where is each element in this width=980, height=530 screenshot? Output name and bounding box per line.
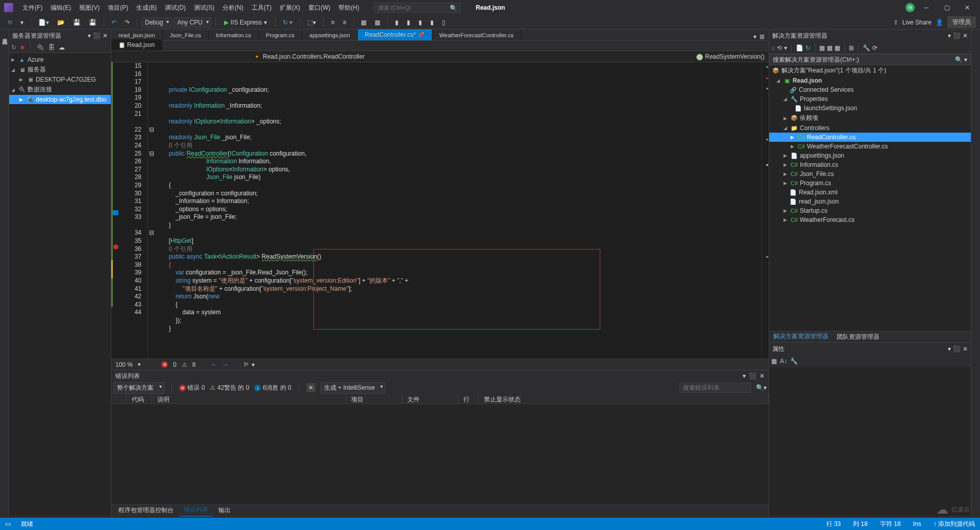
sol-weatherctrl[interactable]: ▶C#WeatherForecastController.cs xyxy=(769,142,971,151)
breadcrumb-class[interactable]: 🔸Read.json.Controllers.ReadController xyxy=(253,53,364,60)
minimize-button[interactable]: ─ xyxy=(918,0,935,15)
el-close-icon[interactable]: ✕ xyxy=(760,372,765,380)
props-cat-icon[interactable]: ▦ xyxy=(771,358,777,365)
tab-4[interactable]: appsettings.json xyxy=(302,30,358,40)
tb-icon-7[interactable]: ▮ xyxy=(415,17,425,28)
flag-icon[interactable]: 🏳 ▾ xyxy=(243,361,254,368)
db-icon[interactable]: 🗄 xyxy=(48,44,55,51)
sol-tb-1[interactable]: ▦ xyxy=(819,44,825,52)
sol-tb-5[interactable]: ⟳ xyxy=(872,44,877,52)
sol-readjson[interactable]: 📄read_json.json xyxy=(769,197,971,206)
menu-build[interactable]: 生成(B) xyxy=(132,2,161,14)
breadcrumb-method[interactable]: ⬤ReadSystemVersion() xyxy=(696,53,765,60)
tb-icon-9[interactable]: ▯ xyxy=(439,17,449,28)
code-editor[interactable]: 1516171819202122232425262728293031323334… xyxy=(111,62,769,359)
error-search-icon[interactable]: 🔍▾ xyxy=(756,384,767,391)
tree-desktop[interactable]: ▶🖥DESKTOP-AC7G2EG xyxy=(9,75,111,84)
pin-icon[interactable]: ▾ xyxy=(88,32,91,39)
liveshare-button[interactable]: Live Share xyxy=(902,19,932,26)
scope-combo[interactable]: 整个解决方案 xyxy=(113,382,164,394)
btab-errorlist[interactable]: 错误列表 xyxy=(180,504,212,517)
filter-errors[interactable]: ✕ 错误 0 xyxy=(179,384,205,392)
nav-prev-icon[interactable]: ← xyxy=(211,361,217,368)
sol-readxml[interactable]: 📄Read.json.xml xyxy=(769,188,971,197)
filter-warnings[interactable]: ⚠ 42警告 的 0 xyxy=(210,384,249,392)
solution-search[interactable]: 搜索解决方案资源管理器(Ctrl+;) 🔍 ▾ xyxy=(769,54,971,65)
sol-tab-team[interactable]: 团队资源管理器 xyxy=(832,331,884,343)
filter-toggle-icon[interactable]: ✕ xyxy=(306,383,315,392)
sol-refresh-icon[interactable]: ↻ xyxy=(805,44,811,52)
sol-controllers[interactable]: ◢📁Controllers xyxy=(769,123,971,133)
error-count-icon[interactable]: ✕ xyxy=(161,361,168,368)
sol-project[interactable]: ◢▣Read.json xyxy=(769,76,971,85)
tb-icon-2[interactable]: ≡ xyxy=(339,17,349,28)
menu-tools[interactable]: 工具(T) xyxy=(248,2,276,14)
open-button[interactable]: 📂 xyxy=(54,17,68,28)
nav-back-button[interactable]: ⟲ xyxy=(4,17,15,28)
nav-fwd-button[interactable]: ▾ xyxy=(17,17,27,28)
breakpoint-icon[interactable] xyxy=(113,244,118,249)
tree-connection[interactable]: ▶🔌desktop-ac7g2eg.test.dbo xyxy=(9,95,111,104)
save-all-button[interactable]: 💾 xyxy=(86,17,100,28)
sol-weather[interactable]: ▶C#WeatherForecast.cs xyxy=(769,215,971,224)
sol-sync-icon[interactable]: 📄 xyxy=(796,44,803,52)
title-search[interactable]: 🔍 xyxy=(374,3,460,13)
sol-root[interactable]: 📦解决方案"Read.json"(1 个项目/共 1 个) xyxy=(769,65,971,76)
sol-readctrl[interactable]: ▶C#ReadController.cs xyxy=(769,133,971,142)
sol-home-icon[interactable]: ⌂ xyxy=(771,44,775,52)
left-rail-toolbox[interactable]: 工具箱 xyxy=(0,30,9,516)
run-button[interactable]: ▶IIS Express ▾ xyxy=(220,18,271,27)
tab-6[interactable]: WeatherForecastController.cs xyxy=(432,30,521,40)
col-file[interactable]: 文件 xyxy=(402,394,458,403)
menu-help[interactable]: 帮助(H) xyxy=(334,2,363,14)
menu-debug[interactable]: 调试(D) xyxy=(161,2,190,14)
platform-combo[interactable]: Any CPU xyxy=(174,17,211,28)
col-suppress[interactable]: 禁止显示状态 xyxy=(479,394,769,403)
status-add[interactable]: 添加到源代码 xyxy=(938,520,975,527)
sol-deps[interactable]: ▶📦依赖项 xyxy=(769,113,971,123)
code-content[interactable]: private IConfiguration _configuration; r… xyxy=(155,62,762,359)
menu-window[interactable]: 窗口(W) xyxy=(304,2,334,14)
tab-0[interactable]: read_json.json xyxy=(111,30,163,40)
connect-icon[interactable]: 🔌 xyxy=(37,44,44,51)
sol-tb-3[interactable]: ▦ xyxy=(835,44,840,52)
close-panel-icon[interactable]: ✕ xyxy=(103,32,108,39)
sol-close-icon[interactable]: ✕ xyxy=(963,32,968,39)
close-button[interactable]: ✕ xyxy=(959,0,976,15)
btab-output[interactable]: 输出 xyxy=(214,504,235,516)
sol-tb-2[interactable]: ▦ xyxy=(827,44,832,52)
menu-view[interactable]: 视图(V) xyxy=(75,2,104,14)
pinned-tab[interactable]: 📋 Read.json xyxy=(111,39,162,51)
el-pin-icon[interactable]: ⬛ xyxy=(749,372,756,380)
el-dropdown-icon[interactable]: ▾ xyxy=(743,372,746,380)
redo-button[interactable]: ↷ xyxy=(121,17,133,28)
col-line[interactable]: 行 xyxy=(458,394,479,403)
tb-icon-6[interactable]: ▮ xyxy=(404,17,413,28)
sol-jsonfile[interactable]: ▶C#Json_File.cs xyxy=(769,169,971,179)
col-desc[interactable]: 说明 xyxy=(152,394,346,403)
sol-tab-explorer[interactable]: 解决方案资源管理器 xyxy=(769,331,832,343)
tb-icon-5[interactable]: ▮ xyxy=(392,17,402,28)
config-combo[interactable]: Debug xyxy=(141,17,172,28)
sol-wrench-icon[interactable]: 🔧 xyxy=(863,44,870,52)
btab-pkgmgr[interactable]: 程序包管理器控制台 xyxy=(114,504,178,516)
refresh-icon[interactable]: ↻ xyxy=(11,44,16,51)
menu-extensions[interactable]: 扩展(X) xyxy=(276,2,304,14)
menu-test[interactable]: 测试(S) xyxy=(190,2,218,14)
error-search-input[interactable] xyxy=(679,383,751,393)
props-close-icon[interactable]: ✕ xyxy=(963,345,968,352)
filter-messages[interactable]: i 6消息 的 0 xyxy=(254,384,291,392)
save-button[interactable]: 💾 xyxy=(70,17,84,28)
menu-analyze[interactable]: 分析(N) xyxy=(218,2,248,14)
tb-icon-1[interactable]: ≡ xyxy=(328,17,337,28)
props-az-icon[interactable]: A↓ xyxy=(780,358,787,365)
col-code[interactable]: 代码 xyxy=(127,394,152,403)
sol-pin-icon[interactable]: ⬛ xyxy=(953,32,961,39)
autohide-icon[interactable]: ⬛ xyxy=(93,32,101,39)
breakpoint-margin[interactable] xyxy=(111,62,121,359)
right-rail[interactable] xyxy=(971,30,980,516)
menu-project[interactable]: 项目(P) xyxy=(104,2,132,14)
sol-program[interactable]: ▶C#Program.cs xyxy=(769,179,971,188)
col-icon[interactable] xyxy=(111,394,127,403)
tab-3[interactable]: Program.cs xyxy=(259,30,302,40)
